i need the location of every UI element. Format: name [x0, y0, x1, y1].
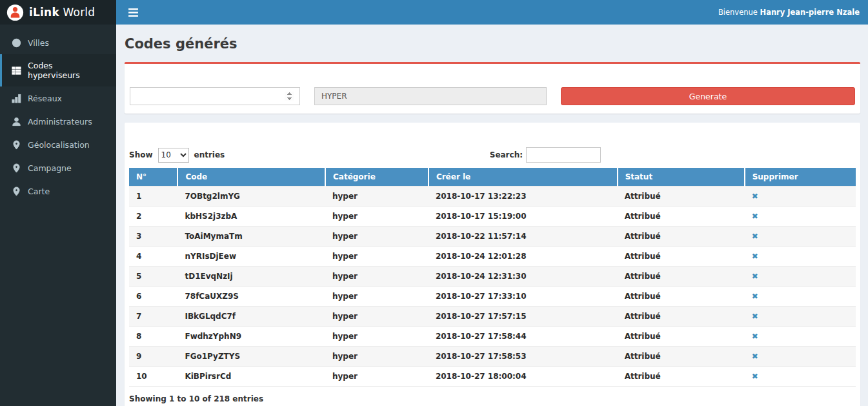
cell-category: hyper	[325, 327, 429, 347]
sidebar-item-administrateurs[interactable]: Administrateurs	[0, 110, 116, 133]
cell-category: hyper	[325, 187, 429, 207]
user-icon	[11, 116, 21, 127]
delete-icon[interactable]: ✖	[752, 272, 758, 281]
sidebar-item-label: Villes	[28, 38, 49, 48]
map-pin-icon	[11, 186, 21, 196]
column-header-n[interactable]: N°	[129, 168, 177, 187]
app-root: iLink World VillesCodes hyperviseursRése…	[0, 0, 868, 406]
table-controls: Show 10 entries Search:	[129, 147, 856, 163]
delete-icon[interactable]: ✖	[752, 232, 758, 241]
delete-icon[interactable]: ✖	[752, 212, 758, 221]
sidebar-toggle-button[interactable]	[125, 6, 142, 19]
entries-label: entries	[194, 150, 225, 159]
cell-created: 2018-10-24 12:31:30	[429, 267, 618, 287]
cell-delete: ✖	[745, 327, 856, 347]
cell-status: Attribué	[618, 267, 745, 287]
brand-logo[interactable]: iLink World	[0, 0, 116, 25]
globe-icon	[11, 37, 21, 48]
cell-num: 5	[129, 267, 177, 287]
delete-icon[interactable]: ✖	[752, 252, 758, 261]
cell-created: 2018-10-27 18:00:04	[429, 367, 618, 387]
table-header-row: N°CodeCatégorieCréer leStatutSupprimer	[129, 168, 856, 187]
signal-icon	[11, 93, 21, 103]
cell-delete: ✖	[745, 367, 856, 387]
table-row: 17OBtg2lmYGhyper2018-10-17 13:22:23Attri…	[129, 187, 856, 207]
cell-num: 2	[129, 207, 177, 227]
cell-delete: ✖	[745, 267, 856, 287]
cell-created: 2018-10-27 17:33:10	[429, 287, 618, 307]
cell-num: 1	[129, 187, 177, 207]
cell-status: Attribué	[618, 367, 745, 387]
cell-num: 7	[129, 307, 177, 327]
welcome-text: Bienvenue Hanry Jean-pierre Nzale	[718, 8, 860, 17]
topbar: Bienvenue Hanry Jean-pierre Nzale	[116, 0, 868, 25]
sidebar-item-label: Géolocalisation	[28, 140, 90, 150]
brand-title: iLink World	[29, 6, 95, 19]
cell-category: hyper	[325, 227, 429, 247]
cell-category: hyper	[325, 307, 429, 327]
sidebar-menu: VillesCodes hyperviseursRéseauxAdministr…	[0, 25, 116, 203]
code-count-input[interactable]	[130, 87, 300, 105]
cell-num: 10	[129, 367, 177, 387]
content-area: Codes générés Generate Show 10 entries S	[116, 25, 868, 406]
cell-created: 2018-10-27 17:57:15	[429, 307, 618, 327]
cell-code: IBkGLqdC7f	[177, 307, 325, 327]
cell-code: FwdhzYphN9	[177, 327, 325, 347]
sidebar-item-label: Réseaux	[28, 94, 62, 103]
cell-status: Attribué	[618, 227, 745, 247]
sidebar-item-label: Campagne	[28, 163, 72, 173]
cell-created: 2018-10-17 13:22:23	[429, 187, 618, 207]
show-label: Show	[129, 150, 153, 159]
cell-code: ToAiMymaTm	[177, 227, 325, 247]
table-row: 7IBkGLqdC7fhyper2018-10-27 17:57:15Attri…	[129, 307, 856, 327]
cell-created: 2018-10-22 11:57:14	[429, 227, 618, 247]
table-row: 5tD1EvqNzIjhyper2018-10-24 12:31:30Attri…	[129, 267, 856, 287]
delete-icon[interactable]: ✖	[752, 192, 758, 201]
sidebar-item-villes[interactable]: Villes	[0, 31, 116, 54]
table-row: 3ToAiMymaTmhyper2018-10-22 11:57:14Attri…	[129, 227, 856, 247]
sidebar-item-label: Administrateurs	[28, 117, 92, 127]
delete-icon[interactable]: ✖	[752, 332, 758, 341]
sidebar-item-geolocalisation[interactable]: Géolocalisation	[0, 133, 116, 156]
table-row: 678fCaUXZ9Shyper2018-10-27 17:33:10Attri…	[129, 287, 856, 307]
cell-created: 2018-10-17 15:19:00	[429, 207, 618, 227]
cell-status: Attribué	[618, 287, 745, 307]
cell-delete: ✖	[745, 287, 856, 307]
page-size-select[interactable]: 10	[158, 148, 189, 163]
table-row: 8FwdhzYphN9hyper2018-10-27 17:58:44Attri…	[129, 327, 856, 347]
cell-code: 7OBtg2lmYG	[177, 187, 325, 207]
column-header-statut[interactable]: Statut	[618, 168, 745, 187]
column-header-categorie[interactable]: Catégorie	[325, 168, 429, 187]
cell-delete: ✖	[745, 207, 856, 227]
sidebar-item-codes-hyperviseurs[interactable]: Codes hyperviseurs	[0, 54, 116, 86]
table-row: 4nYRIsDjEewhyper2018-10-24 12:01:28Attri…	[129, 247, 856, 267]
codes-table-panel: Show 10 entries Search: N°CodeCa	[125, 123, 860, 406]
generate-button[interactable]: Generate	[561, 87, 855, 105]
cell-created: 2018-10-24 12:01:28	[429, 247, 618, 267]
brand-logo-icon	[6, 4, 24, 21]
cell-created: 2018-10-27 17:58:53	[429, 347, 618, 367]
delete-icon[interactable]: ✖	[752, 372, 758, 381]
cell-code: kbHS2j3zbA	[177, 207, 325, 227]
sidebar-item-carte[interactable]: Carte	[0, 179, 116, 203]
generator-panel: Generate	[125, 62, 860, 114]
column-header-code[interactable]: Code	[177, 168, 325, 187]
sidebar-item-campagne[interactable]: Campagne	[0, 156, 116, 179]
category-input	[314, 87, 547, 105]
cell-category: hyper	[325, 247, 429, 267]
column-header-supprimer[interactable]: Supprimer	[745, 168, 856, 187]
cell-delete: ✖	[745, 247, 856, 267]
cell-category: hyper	[325, 347, 429, 367]
cell-code: tD1EvqNzIj	[177, 267, 325, 287]
column-header-creer-le[interactable]: Créer le	[429, 168, 618, 187]
search-input[interactable]	[526, 147, 601, 163]
sidebar-item-reseaux[interactable]: Réseaux	[0, 86, 116, 110]
cell-status: Attribué	[618, 187, 745, 207]
delete-icon[interactable]: ✖	[752, 292, 758, 301]
table-row: 2kbHS2j3zbAhyper2018-10-17 15:19:00Attri…	[129, 207, 856, 227]
map-pin-icon	[11, 139, 21, 150]
cell-created: 2018-10-27 17:58:44	[429, 327, 618, 347]
delete-icon[interactable]: ✖	[752, 352, 758, 361]
delete-icon[interactable]: ✖	[752, 312, 758, 321]
cell-num: 9	[129, 347, 177, 367]
